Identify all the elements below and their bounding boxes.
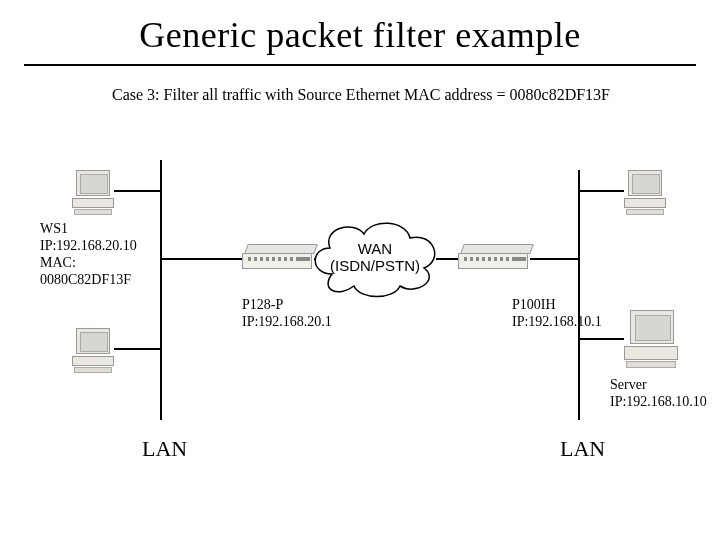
wan-cloud: WAN (ISDN/PSTN) xyxy=(310,222,440,292)
wan-label-1: WAN xyxy=(310,240,440,257)
tap-line xyxy=(114,190,160,192)
tap-line xyxy=(578,338,624,340)
case-subtitle: Case 3: Filter all traffic with Source E… xyxy=(112,86,720,104)
tap-line xyxy=(578,190,624,192)
router-link xyxy=(530,258,578,260)
wan-label-2: (ISDN/PSTN) xyxy=(310,257,440,274)
workstation-icon xyxy=(70,328,116,370)
lan-left-label: LAN xyxy=(142,436,187,462)
server-icon xyxy=(622,310,682,366)
lan-right-label: LAN xyxy=(560,436,605,462)
title-divider xyxy=(24,64,696,66)
tap-line xyxy=(114,348,160,350)
left-lan-bus xyxy=(160,160,162,420)
router-left-label: P128-P IP:192.168.20.1 xyxy=(242,296,332,330)
server-label: Server IP:192.168.10.10 xyxy=(610,376,707,410)
page-title: Generic packet filter example xyxy=(0,0,720,56)
diagram-stage: WS1 IP:192.168.20.10 MAC: 0080C82DF13F P… xyxy=(0,160,720,460)
router-right-label: P100IH IP:192.168.10.1 xyxy=(512,296,602,330)
router-link xyxy=(160,258,246,260)
ws1-label: WS1 IP:192.168.20.10 MAC: 0080C82DF13F xyxy=(40,220,137,288)
right-lan-bus xyxy=(578,170,580,420)
workstation-icon xyxy=(70,170,116,212)
router-right-icon xyxy=(462,244,532,272)
workstation-icon xyxy=(622,170,668,212)
